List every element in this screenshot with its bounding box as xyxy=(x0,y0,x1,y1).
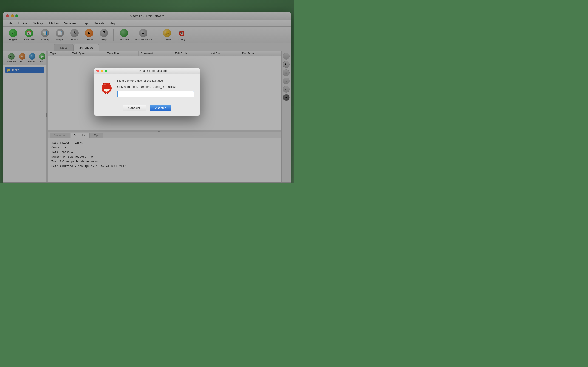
modal-text-area: Please enter a title for the task title … xyxy=(117,79,194,97)
accept-button[interactable]: Aceptar xyxy=(150,105,172,111)
cancel-button[interactable]: Cancelar xyxy=(123,105,146,111)
modal-message-line2: Only alphabets, numbers, -, and _ are al… xyxy=(117,85,194,89)
modal-titlebar: Please enter task title xyxy=(94,68,200,74)
modal-icon xyxy=(100,79,113,96)
modal-maximize-btn[interactable] xyxy=(105,69,107,72)
modal-footer: Cancelar Aceptar xyxy=(94,102,200,116)
modal-close-btn[interactable] xyxy=(96,69,99,72)
modal-dialog: Please enter task title xyxy=(94,68,200,116)
modal-title: Please enter task title xyxy=(109,69,198,73)
svg-rect-17 xyxy=(107,93,108,94)
modal-message-line1: Please enter a title for the task title xyxy=(117,79,194,83)
modal-input[interactable] xyxy=(117,91,194,97)
svg-rect-16 xyxy=(105,93,106,94)
modal-body: Please enter a title for the task title … xyxy=(94,74,200,102)
modal-minimize-btn[interactable] xyxy=(101,69,103,72)
modal-overlay: Please enter task title xyxy=(0,0,294,184)
